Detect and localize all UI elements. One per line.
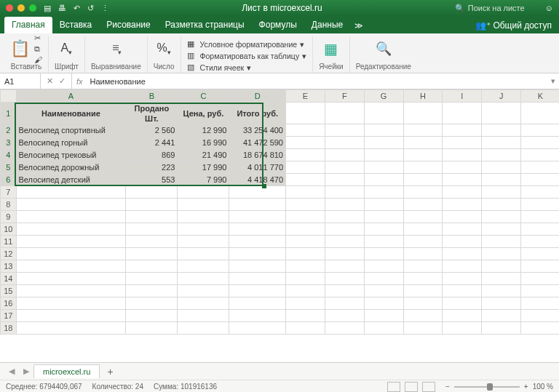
cell[interactable]: 41 472 590 (229, 137, 286, 149)
cell[interactable] (364, 285, 403, 297)
col-header[interactable]: H (403, 90, 443, 103)
cell[interactable]: Велосипед детский (16, 174, 126, 186)
format-as-table-button[interactable]: ▥ Форматировать как таблицу ▾ (187, 51, 307, 61)
cell[interactable] (443, 322, 482, 335)
cell[interactable] (403, 310, 443, 322)
cell[interactable] (325, 273, 364, 285)
cell[interactable] (443, 260, 482, 273)
cell[interactable]: 12 990 (178, 124, 229, 137)
cell[interactable] (364, 260, 403, 273)
cell[interactable] (126, 297, 178, 310)
table-header-cell[interactable]: Наименование (16, 103, 126, 124)
cell[interactable] (443, 211, 482, 223)
cell[interactable] (482, 174, 521, 186)
cell[interactable] (403, 260, 443, 273)
row-header[interactable]: 7 (1, 186, 17, 199)
col-header[interactable]: K (521, 90, 559, 103)
cell[interactable] (482, 103, 521, 124)
cell[interactable] (482, 285, 521, 297)
fb-expand-icon[interactable]: ▾ (547, 76, 559, 86)
cell[interactable] (521, 124, 559, 137)
add-sheet-button[interactable]: + (100, 366, 120, 377)
cell[interactable] (364, 236, 403, 248)
cell[interactable] (443, 186, 482, 199)
cell[interactable] (521, 161, 559, 174)
col-header[interactable]: C (178, 90, 229, 103)
cell[interactable] (482, 248, 521, 260)
cell[interactable] (126, 211, 178, 223)
cell[interactable] (178, 236, 229, 248)
cell[interactable] (178, 186, 229, 199)
cell[interactable] (325, 236, 364, 248)
col-header[interactable]: G (364, 90, 403, 103)
cell[interactable] (403, 124, 443, 137)
cell[interactable] (521, 103, 559, 124)
name-box[interactable]: A1 (0, 73, 41, 89)
cell[interactable] (325, 260, 364, 273)
save-icon[interactable]: ▤ (44, 4, 51, 13)
row-header[interactable]: 5 (1, 161, 17, 174)
cell[interactable] (286, 199, 325, 211)
cell[interactable] (482, 161, 521, 174)
cell[interactable] (364, 174, 403, 186)
cell[interactable] (286, 322, 325, 335)
cell[interactable] (126, 310, 178, 322)
cell[interactable] (126, 236, 178, 248)
cell[interactable] (521, 248, 559, 260)
cell[interactable]: 4 011 770 (229, 161, 286, 174)
cell[interactable] (482, 310, 521, 322)
search-box[interactable]: 🔍 Поиск на листе (455, 4, 538, 13)
conditional-formatting-button[interactable]: ▦ Условное форматирование ▾ (187, 39, 307, 49)
cell[interactable] (364, 149, 403, 161)
cell[interactable] (325, 149, 364, 161)
editing-icon[interactable]: 🔍 (376, 41, 392, 57)
cell[interactable] (482, 273, 521, 285)
tab-data[interactable]: Данные (304, 17, 350, 33)
cell[interactable] (403, 149, 443, 161)
cell[interactable] (443, 236, 482, 248)
cell[interactable] (178, 211, 229, 223)
cell[interactable] (286, 273, 325, 285)
cell[interactable] (403, 137, 443, 149)
share-button[interactable]: 👥⁺ Общий доступ (468, 17, 559, 33)
user-icon[interactable]: ☺ (545, 4, 553, 12)
cell[interactable] (16, 322, 126, 335)
cell[interactable] (443, 310, 482, 322)
tab-draw[interactable]: Рисование (99, 17, 157, 33)
cell[interactable] (126, 273, 178, 285)
cell[interactable] (403, 248, 443, 260)
cells-icon[interactable]: ▦ (324, 40, 338, 57)
cell[interactable] (403, 161, 443, 174)
sheet-nav-next-icon[interactable]: ▶ (19, 367, 33, 376)
cell[interactable] (364, 223, 403, 236)
cell[interactable] (364, 310, 403, 322)
cell[interactable] (443, 297, 482, 310)
cell[interactable] (364, 211, 403, 223)
cell[interactable]: 553 (126, 174, 178, 186)
cell[interactable] (229, 285, 286, 297)
cell[interactable] (178, 310, 229, 322)
cell[interactable] (229, 297, 286, 310)
row-header[interactable]: 13 (1, 260, 17, 273)
row-header[interactable]: 12 (1, 248, 17, 260)
cell[interactable] (16, 186, 126, 199)
cell[interactable] (126, 199, 178, 211)
cell[interactable] (482, 297, 521, 310)
cell[interactable] (482, 186, 521, 199)
cell[interactable] (178, 223, 229, 236)
row-header[interactable]: 8 (1, 199, 17, 211)
sheet-tab[interactable]: microexcel.ru (33, 364, 100, 378)
cell[interactable] (178, 260, 229, 273)
row-header[interactable]: 15 (1, 285, 17, 297)
cell[interactable] (286, 186, 325, 199)
cell[interactable] (16, 199, 126, 211)
align-icon[interactable]: ≡▾ (112, 41, 119, 56)
cell[interactable] (325, 285, 364, 297)
cell[interactable] (482, 260, 521, 273)
cell[interactable] (16, 223, 126, 236)
row-header[interactable]: 2 (1, 124, 17, 137)
cell[interactable] (126, 248, 178, 260)
fb-confirm-icon[interactable]: ✓ (59, 76, 66, 86)
cell[interactable] (482, 223, 521, 236)
paste-icon[interactable]: 📋 (10, 39, 30, 58)
